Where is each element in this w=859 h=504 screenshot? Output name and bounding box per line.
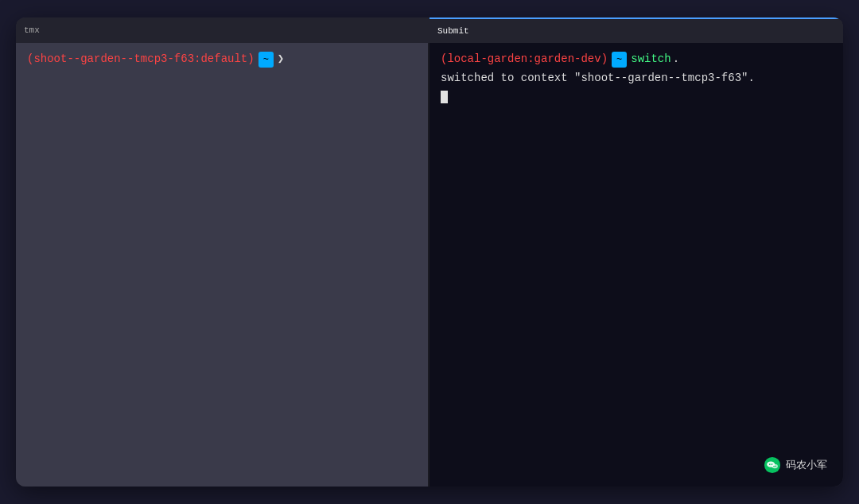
terminal-window: tmx Submit (shoot--garden--tmcp3-f63:def… [16,17,843,487]
svg-point-2 [769,463,771,465]
tab-left-label: tmx [24,25,40,35]
terminal-area: (shoot--garden--tmcp3-f63:default) ~ ❯ (… [16,43,843,487]
right-output-text: switched to context "shoot--garden--tmcp… [441,72,755,84]
terminal-cursor [441,91,448,103]
wechat-icon [764,456,781,474]
right-cursor-line [441,88,832,106]
left-prompt-context: (shoot--garden--tmcp3-f63:default) [27,51,255,68]
tab-right[interactable]: Submit [430,17,843,43]
tab-right-label: Submit [437,26,469,36]
right-output-line: switched to context "shoot--garden--tmcp… [441,69,832,87]
pane-left[interactable]: (shoot--garden--tmcp3-f63:default) ~ ❯ [16,43,430,487]
right-cmd-arg: . [673,51,679,68]
right-prompt-line: (local-garden:garden-dev) ~ switch . [441,51,832,68]
svg-point-6 [775,466,775,467]
pane-right[interactable]: (local-garden:garden-dev) ~ switch . swi… [430,43,843,487]
svg-point-4 [772,464,778,469]
svg-point-3 [772,463,773,465]
watermark: 码农小军 [764,456,827,474]
tab-bar: tmx Submit [16,17,843,43]
right-prompt-context: (local-garden:garden-dev) [441,51,608,68]
right-cmd-switch: switch [631,51,670,68]
left-prompt-arrow: ~ [258,52,274,68]
svg-point-5 [773,466,774,467]
tab-left[interactable]: tmx [16,17,430,43]
right-prompt-arrow: ~ [612,52,627,68]
watermark-text: 码农小军 [786,458,827,472]
left-prompt-line: (shoot--garden--tmcp3-f63:default) ~ ❯ [27,51,417,68]
left-prompt-symbol: ❯ [278,51,284,68]
